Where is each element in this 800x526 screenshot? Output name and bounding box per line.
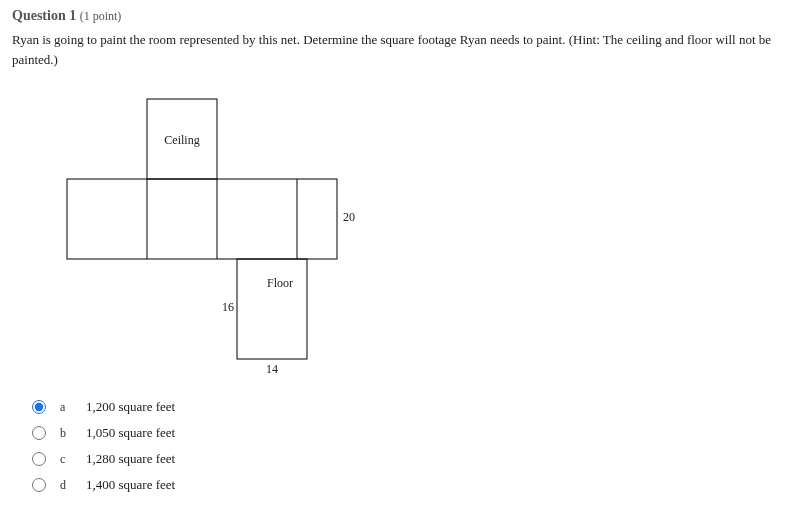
option-b-letter: b <box>60 426 86 441</box>
net-diagram: Ceiling Floor 20 16 14 <box>62 89 462 379</box>
option-d-radio[interactable] <box>32 478 46 492</box>
question-label-word: Question <box>12 8 66 23</box>
option-c-radio[interactable] <box>32 452 46 466</box>
answer-options: a 1,200 square feet b 1,050 square feet … <box>32 399 788 493</box>
dim-left: 16 <box>222 300 234 314</box>
option-a[interactable]: a 1,200 square feet <box>32 399 788 415</box>
dim-right: 20 <box>343 210 355 224</box>
option-d-text: 1,400 square feet <box>86 477 175 493</box>
option-c-text: 1,280 square feet <box>86 451 175 467</box>
floor-label: Floor <box>267 276 293 290</box>
option-c[interactable]: c 1,280 square feet <box>32 451 788 467</box>
question-header: Question 1 (1 point) <box>12 8 788 24</box>
ceiling-label: Ceiling <box>164 133 199 147</box>
net-svg: Ceiling Floor 20 16 14 <box>62 89 382 379</box>
option-b-radio[interactable] <box>32 426 46 440</box>
svg-rect-5 <box>237 259 307 359</box>
question-text: Ryan is going to paint the room represen… <box>12 30 788 69</box>
option-a-radio[interactable] <box>32 400 46 414</box>
option-d[interactable]: d 1,400 square feet <box>32 477 788 493</box>
question-number: 1 <box>69 8 76 23</box>
question-label: Question 1 <box>12 8 80 23</box>
question-points: (1 point) <box>80 9 122 23</box>
dim-bottom: 14 <box>266 362 278 376</box>
option-a-text: 1,200 square feet <box>86 399 175 415</box>
option-c-letter: c <box>60 452 86 467</box>
option-a-letter: a <box>60 400 86 415</box>
option-d-letter: d <box>60 478 86 493</box>
option-b[interactable]: b 1,050 square feet <box>32 425 788 441</box>
option-b-text: 1,050 square feet <box>86 425 175 441</box>
